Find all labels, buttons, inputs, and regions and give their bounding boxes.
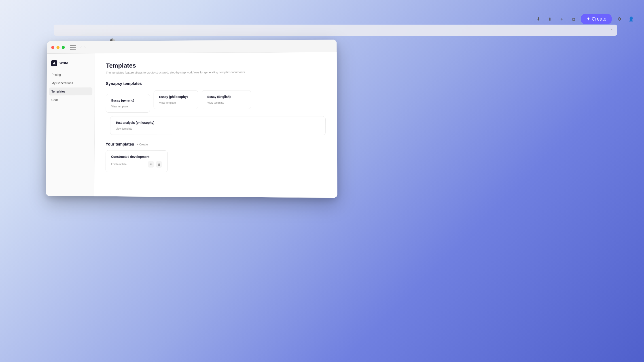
create-button[interactable]: ✦ Create <box>581 14 612 24</box>
tab-chat[interactable]: Chat <box>49 96 92 104</box>
create-template-link[interactable]: + Create <box>137 143 148 146</box>
tabs-icon[interactable]: ⧉ <box>569 15 577 23</box>
close-button[interactable] <box>51 46 54 49</box>
your-templates-title: Your templates <box>106 142 134 147</box>
svg-marker-0 <box>53 62 56 64</box>
traffic-lights <box>51 46 65 49</box>
essay-english-link[interactable]: View template <box>207 101 246 104</box>
brand-logo <box>51 60 57 66</box>
user-template-card[interactable]: Constructed development Edit template 👁 … <box>106 150 168 172</box>
essay-english-name: Essay (English) <box>207 95 246 98</box>
edit-template-link[interactable]: Edit template <box>111 163 126 166</box>
refresh-icon[interactable]: ↻ <box>610 28 614 33</box>
essay-generic-card[interactable]: Essay (generic) View template <box>106 94 150 113</box>
essay-philosophy-link[interactable]: View template <box>159 101 192 104</box>
settings-icon[interactable]: ⚙ <box>616 15 624 23</box>
main-content: Templates The templates feature allows t… <box>94 52 338 198</box>
profile-icon[interactable]: 👤 <box>627 15 635 23</box>
template-icon-actions: 👁 🗑 <box>148 161 162 168</box>
browser-toolbar: ⬇ ⬆ ＋ ⧉ ✦ Create ⚙ 👤 <box>534 14 635 24</box>
your-templates-header: Your templates + Create <box>106 142 326 147</box>
templates-row-2: Text analysis (philosophy) View template <box>106 116 326 135</box>
essay-generic-name: Essay (generic) <box>111 98 144 102</box>
user-template-name: Constructed development <box>111 155 162 159</box>
tab-pricing[interactable]: Pricing <box>49 71 92 79</box>
essay-english-wrapper: Essay (English) View template <box>202 90 251 109</box>
app-brand: Write <box>47 58 95 71</box>
delete-template-icon[interactable]: 🗑 <box>156 161 162 168</box>
forward-button[interactable]: › <box>84 45 86 49</box>
essay-generic-wrapper: Essay (generic) View template <box>106 94 150 113</box>
your-templates-section: Your templates + Create Constructed deve… <box>106 142 326 173</box>
essay-philosophy-name: Essay (philosophy) <box>159 95 192 98</box>
text-analysis-link[interactable]: View template <box>116 127 320 130</box>
view-template-icon[interactable]: 👁 <box>148 161 154 168</box>
user-template-actions: Edit template 👁 🗑 <box>111 161 162 168</box>
text-analysis-card[interactable]: Text analysis (philosophy) View template <box>110 116 326 135</box>
title-bar: ‹ › <box>47 39 336 54</box>
essay-english-card[interactable]: Essay (English) View template <box>202 90 251 109</box>
sidebar: Write Pricing My Generations Templates C… <box>46 53 95 196</box>
tab-templates[interactable]: Templates <box>49 87 92 95</box>
download-icon[interactable]: ⬇ <box>534 15 542 23</box>
sidebar-toggle[interactable] <box>70 45 76 49</box>
page-title: Templates <box>106 61 325 69</box>
minimize-button[interactable] <box>56 46 60 49</box>
templates-row-1: Essay (generic) View template Essay (phi… <box>106 90 326 113</box>
essay-generic-link[interactable]: View template <box>111 105 144 108</box>
essay-philosophy-card[interactable]: Essay (philosophy) View template <box>154 90 198 109</box>
address-bar[interactable]: ↻ <box>54 24 617 36</box>
text-analysis-name: Text analysis (philosophy) <box>116 121 320 124</box>
back-button[interactable]: ‹ <box>80 45 82 49</box>
essay-philosophy-wrapper: Essay (philosophy) View template <box>154 90 198 109</box>
page-subtitle: The templates feature allows to create s… <box>106 70 326 74</box>
nav-buttons: ‹ › <box>80 45 86 49</box>
new-tab-icon[interactable]: ＋ <box>558 15 566 23</box>
synapsy-templates-section: Synapsy templates Essay (generic) View t… <box>106 81 326 135</box>
maximize-button[interactable] <box>62 46 65 49</box>
synapsy-section-title: Synapsy templates <box>106 81 325 86</box>
share-icon[interactable]: ⬆ <box>546 15 554 23</box>
window-body: Write Pricing My Generations Templates C… <box>46 52 338 198</box>
mac-window: ‹ › Write Pricing My Generations Templat… <box>46 39 338 198</box>
brand-name: Write <box>60 61 68 65</box>
nav-tabs: Pricing My Generations Templates Chat <box>46 71 94 104</box>
tab-my-generations[interactable]: My Generations <box>49 79 92 87</box>
